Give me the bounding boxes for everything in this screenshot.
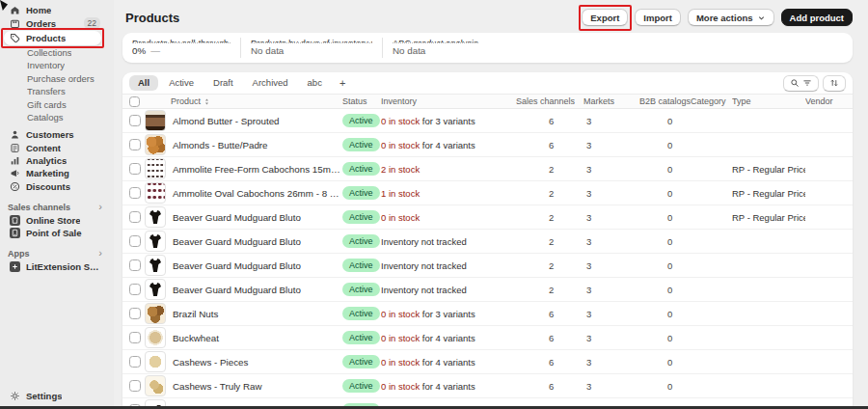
sales-channels-cell: 2 [516,236,583,247]
table-row: Beaver Guard Mudguard BlutoActiveInvento… [122,278,853,302]
product-name-link[interactable]: Almond Butter - Sprouted [171,116,342,126]
markets-cell: 3 [583,212,639,223]
product-name-link[interactable]: Ammolite Free-Form Cabochons 15mm - 12 p… [171,164,342,175]
row-checkbox[interactable] [129,332,141,343]
product-name-link[interactable]: Cashews - Pieces [171,357,342,368]
sidebar-item-catalogs[interactable]: Catalogs [0,111,114,123]
row-checkbox[interactable] [129,308,141,319]
sidebar-item-customers[interactable]: Customers [0,128,114,141]
pos-icon [10,228,20,238]
app-icon [10,261,20,272]
metric-title[interactable]: Products by sell-through rate [132,39,231,43]
row-checkbox[interactable] [129,187,141,199]
metric-title[interactable]: ABC product analysis [393,39,478,43]
status-cell: Active [342,114,381,127]
product-name-link[interactable]: Cashews - Truly Raw [171,381,342,392]
row-checkbox[interactable] [129,380,141,392]
inventory-cell: 0 in stock for 4 variants [381,357,516,368]
sales-channels-cell: 6 [516,333,583,343]
more-actions-button[interactable]: More actions [688,9,774,26]
row-checkbox[interactable] [129,163,141,175]
sidebar-item-online-store[interactable]: Online Store [0,213,114,226]
product-name-link[interactable]: Beaver Guard Mudguard Bluto [171,212,342,223]
row-checkbox[interactable] [129,211,141,223]
sidebar-item-analytics[interactable]: Analytics [0,154,114,167]
sidebar-item-products[interactable]: Products [4,31,101,45]
sidebar-item-transfers[interactable]: Transfers [0,85,114,97]
sort-button[interactable] [823,75,846,92]
import-button[interactable]: Import [635,9,681,26]
sidebar-item-collections[interactable]: Collections [0,46,114,59]
sidebar-item-purchase-orders[interactable]: Purchase orders [0,72,114,85]
sidebar-item-settings[interactable]: Settings [0,389,114,402]
inventory-cell: Inventory not tracked [381,260,516,271]
search-and-filter-button[interactable] [783,75,819,92]
product-name-link[interactable]: Buckwheat [171,333,342,343]
orders-icon [10,18,20,29]
product-name-link[interactable]: Beaver Guard Mudguard Bluto [171,285,342,295]
inventory-cell: Inventory not tracked [381,236,516,247]
row-checkbox[interactable] [129,139,141,150]
metric-title[interactable]: Products by days of inventory remaining [251,39,372,43]
sidebar-section-sales-channels[interactable]: Sales channels › [0,201,114,213]
product-name-link[interactable]: Ammolite Oval Cabochons 26mm - 8 pieces [171,188,342,199]
sales-channels-cell: 6 [516,357,583,368]
table-row: Beaver Guard Mudguard BlutoActiveInvento… [122,254,853,278]
sidebar-item-label: Analytics [26,155,67,166]
product-name-link[interactable]: Almonds - Butte/Padre [171,140,342,150]
add-product-button[interactable]: Add product [781,9,853,26]
row-checkbox[interactable] [129,115,141,126]
add-view-button[interactable]: + [333,76,352,90]
status-badge: Active [342,283,380,296]
row-checkbox[interactable] [129,235,141,247]
sales-channels-cell: 2 [516,260,583,271]
sales-channels-cell: 2 [516,188,583,199]
sidebar: HomeOrders22ProductsCollectionsInventory… [0,0,114,409]
sidebar-item-content[interactable]: Content [0,142,114,154]
tag-icon [10,33,20,43]
product-thumbnail [145,206,166,228]
sales-channels-cell: 6 [516,309,583,319]
product-name-link[interactable]: Beaver Guard Mudguard Bluto [171,260,342,271]
export-button[interactable]: Export [582,9,628,26]
tab-draft[interactable]: Draft [204,75,242,91]
row-checkbox[interactable] [129,356,141,368]
select-all-checkbox[interactable] [129,96,140,107]
metric-value: No data [393,46,843,57]
inventory-cell: 0 in stock for 3 variants [381,309,516,319]
sidebar-item-orders[interactable]: Orders22 [0,16,114,29]
sidebar-item-home[interactable]: Home [0,4,114,16]
table-header-row: ProductStatusInventorySales channelsMark… [122,95,853,109]
product-name-link[interactable]: Beaver Guard Mudguard Bluto [171,236,342,247]
markets-cell: 3 [583,116,639,126]
sidebar-item-discounts[interactable]: Discounts [0,180,114,193]
sidebar-item-inventory[interactable]: Inventory [0,59,114,71]
tab-abc[interactable]: abc [299,75,331,91]
status-badge: Active [342,186,380,200]
sidebar-item-point-of-sale[interactable]: Point of Sale [0,227,114,239]
column-header-status: Status [342,96,381,106]
product-name-link[interactable]: Brazil Nuts [171,309,342,319]
tab-active[interactable]: Active [160,75,203,91]
products-table-card: AllActiveDraftArchivedabc+ ProductStatus… [122,72,853,409]
column-header-product[interactable]: Product [171,96,342,106]
sidebar-item-gift-cards[interactable]: Gift cards [0,97,114,110]
b2b-catalogs-cell: 0 [639,236,691,247]
row-checkbox[interactable] [129,259,141,271]
status-cell: Active [342,162,381,176]
tab-all[interactable]: All [129,75,158,91]
tab-archived[interactable]: Archived [244,75,297,91]
sidebar-item-litextension[interactable]: LitExtension Store Migrati... [0,260,114,273]
sidebar-section-apps[interactable]: Apps › [0,247,114,259]
inventory-cell: 2 in stock [381,164,516,175]
markets-cell: 3 [583,357,639,368]
column-header-sales-channels: Sales channels [516,96,583,106]
table-row: Beaver Guard Mudguard BlutoActive0 in st… [122,205,853,230]
sidebar-nav: HomeOrders22ProductsCollectionsInventory… [0,4,114,273]
b2b-catalogs-cell: 0 [639,164,691,175]
sidebar-item-marketing[interactable]: Marketing [0,167,114,179]
header-actions: Export Import More actions Add product [582,9,853,26]
sidebar-item-label: Content [26,143,61,153]
status-badge: Active [342,114,380,127]
row-checkbox[interactable] [129,284,141,295]
